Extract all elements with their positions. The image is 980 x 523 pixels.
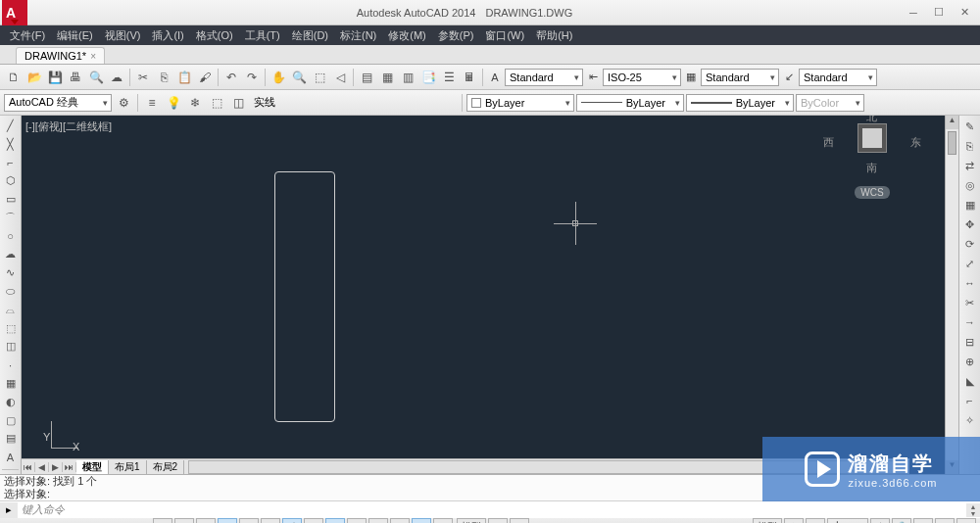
erase-icon[interactable]: ✎ <box>961 118 979 135</box>
save-icon[interactable]: 💾 <box>45 68 65 87</box>
model-space-button[interactable]: 模型 <box>457 518 486 524</box>
workspace-dropdown[interactable]: AutoCAD 经典 <box>4 94 112 112</box>
zoom-window-icon[interactable]: ⬚ <box>310 68 329 87</box>
cut-icon[interactable]: ✂ <box>133 68 153 87</box>
clean-screen-button[interactable]: ▢ <box>956 518 976 524</box>
design-center-icon[interactable]: ▦ <box>377 68 397 87</box>
line-icon[interactable]: ╱ <box>2 118 20 134</box>
document-tab[interactable]: DRAWING1* × <box>16 47 105 64</box>
annotation-visibility-button[interactable]: 👁 <box>806 518 825 524</box>
preview-icon[interactable]: 🔍 <box>86 68 106 87</box>
zoom-realtime-icon[interactable]: 🔍 <box>289 68 309 87</box>
offset-icon[interactable]: ◎ <box>961 176 979 194</box>
tool-palette-icon[interactable]: ▥ <box>398 68 417 87</box>
scale-display[interactable]: 人 1:1 ▾ <box>827 518 868 524</box>
extend-icon[interactable]: → <box>961 313 979 331</box>
dim-style-dropdown[interactable]: ISO-25 <box>603 69 681 86</box>
otrack-button[interactable]: ∠ <box>282 518 302 524</box>
explode-icon[interactable]: ✧ <box>961 411 979 429</box>
lineweight-dropdown[interactable]: ByLayer <box>686 94 794 112</box>
arc-icon[interactable]: ⌒ <box>2 210 20 226</box>
menu-parametric[interactable]: 参数(P) <box>432 26 480 45</box>
copy-icon[interactable]: ⎘ <box>154 68 173 87</box>
undo-icon[interactable]: ↶ <box>221 68 241 87</box>
mirror-icon[interactable]: ⇄ <box>961 157 979 174</box>
move-icon[interactable]: ✥ <box>961 215 979 233</box>
layer-states-icon[interactable]: 💡 <box>164 93 183 113</box>
make-block-icon[interactable]: ◫ <box>2 339 20 356</box>
tab-close-icon[interactable]: × <box>90 51 96 62</box>
linetype-dropdown[interactable]: ByLayer <box>576 94 684 112</box>
ungroup-icon[interactable]: ◫ <box>228 93 248 113</box>
hatch-icon[interactable]: ▦ <box>2 375 20 392</box>
menu-dimension[interactable]: 标注(N) <box>334 26 382 45</box>
region-icon[interactable]: ▢ <box>2 412 20 429</box>
print-icon[interactable]: 🖶 <box>66 68 85 87</box>
group-icon[interactable]: ⬚ <box>207 93 226 113</box>
insert-block-icon[interactable]: ⬚ <box>2 320 20 337</box>
menu-draw[interactable]: 绘图(D) <box>286 26 334 45</box>
annotation-scale-button[interactable]: ⚖ <box>784 518 804 524</box>
quickview-layouts-button[interactable]: ▭ <box>488 518 508 524</box>
command-prompt-icon[interactable]: ▸ <box>0 502 18 518</box>
properties-icon[interactable]: ▤ <box>357 68 376 87</box>
layout-tab-2[interactable]: 布局2 <box>147 460 185 474</box>
layer-manager-icon[interactable]: ≡ <box>142 93 162 113</box>
maximize-button[interactable]: ☐ <box>927 4 951 22</box>
quickview-drawings-button[interactable]: ◫ <box>510 518 529 524</box>
close-button[interactable]: ✕ <box>953 4 976 22</box>
pan-icon[interactable]: ✋ <box>269 68 288 87</box>
polygon-icon[interactable]: ⬡ <box>2 172 20 189</box>
join-icon[interactable]: ⊕ <box>961 353 979 370</box>
copy-object-icon[interactable]: ⎘ <box>961 137 979 155</box>
lock-ui-button[interactable]: 🔒 <box>892 518 911 524</box>
zoom-previous-icon[interactable]: ◁ <box>330 68 350 87</box>
workspace-settings-icon[interactable]: ⚙ <box>114 93 133 113</box>
array-icon[interactable]: ▦ <box>961 196 979 214</box>
drawing-rectangle[interactable] <box>274 171 335 422</box>
ellipse-icon[interactable]: ⬭ <box>2 283 20 300</box>
viewcube[interactable]: 北 西 东 南 WCS <box>833 123 911 199</box>
text-style-dropdown[interactable]: Standard <box>505 69 583 86</box>
break-icon[interactable]: ⊟ <box>961 333 979 351</box>
ducs-button[interactable]: ⊥ <box>304 518 323 524</box>
scroll-up-icon[interactable]: ▲ <box>946 116 958 129</box>
rectangle-icon[interactable]: ▭ <box>2 191 20 208</box>
layout-tab-1[interactable]: 布局1 <box>109 460 147 474</box>
polar-button[interactable]: ⊛ <box>218 518 237 524</box>
menu-edit[interactable]: 编辑(E) <box>51 26 99 45</box>
stretch-icon[interactable]: ↔ <box>961 274 979 292</box>
redo-icon[interactable]: ↷ <box>242 68 262 87</box>
3dosnap-button[interactable]: ◫ <box>261 518 280 524</box>
layout-last-icon[interactable]: ⏭ <box>63 462 76 472</box>
menu-help[interactable]: 帮助(H) <box>530 26 578 45</box>
plotstyle-dropdown[interactable]: ByColor <box>796 94 864 112</box>
wcs-badge[interactable]: WCS <box>855 186 889 199</box>
annotation-monitor-button[interactable]: ⊕ <box>433 518 453 524</box>
qprops-button[interactable]: ◨ <box>390 518 410 524</box>
markup-icon[interactable]: ☰ <box>439 68 459 87</box>
drawing-viewport[interactable]: [-][俯视][二维线框] Y X 北 西 东 南 WCS ⏮ ◀ ▶ ⏭ 模型 <box>22 116 945 474</box>
layer-freeze-icon[interactable]: ❄ <box>185 93 205 113</box>
selection-cycling-button[interactable]: ↻ <box>412 518 431 524</box>
hardware-accel-button[interactable]: ▣ <box>913 518 933 524</box>
color-dropdown[interactable]: ByLayer <box>466 94 574 112</box>
mtext-icon[interactable]: A <box>2 449 20 465</box>
rotate-icon[interactable]: ⟳ <box>961 235 979 253</box>
model-scale-button[interactable]: 模型 <box>753 518 782 524</box>
tpy-button[interactable]: ▭ <box>368 518 388 524</box>
chamfer-icon[interactable]: ◣ <box>961 372 979 390</box>
circle-icon[interactable]: ○ <box>2 228 20 245</box>
isolate-button[interactable]: ◉ <box>935 518 955 524</box>
trim-icon[interactable]: ✂ <box>961 294 979 311</box>
osnap-button[interactable]: □ <box>239 518 259 524</box>
fillet-icon[interactable]: ⌐ <box>961 392 979 409</box>
layout-next-icon[interactable]: ▶ <box>49 462 63 472</box>
ellipse-arc-icon[interactable]: ⌓ <box>2 302 20 318</box>
publish-icon[interactable]: ☁ <box>107 68 126 87</box>
menu-format[interactable]: 格式(O) <box>190 26 239 45</box>
dyn-button[interactable]: + <box>325 518 345 524</box>
menu-insert[interactable]: 插入(I) <box>146 26 189 45</box>
open-icon[interactable]: 📂 <box>24 68 44 87</box>
menu-view[interactable]: 视图(V) <box>99 26 147 45</box>
